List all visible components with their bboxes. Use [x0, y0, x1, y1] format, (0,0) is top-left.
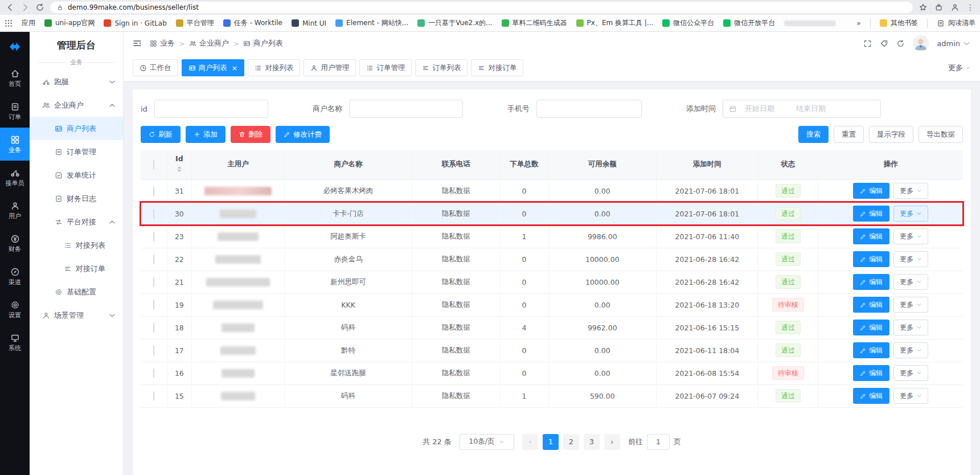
edit-button[interactable]: 编辑	[853, 320, 889, 335]
id-filter-input[interactable]	[154, 100, 268, 118]
rail-item-业务[interactable]: 业务	[0, 128, 30, 161]
tab-订单管理[interactable]: 订单管理	[359, 59, 412, 76]
edit-button[interactable]: 编辑	[853, 251, 889, 267]
more-button[interactable]: 更多	[893, 183, 928, 199]
sidebar-item-财务日志[interactable]: 财务日志	[30, 187, 123, 210]
bookmark-item[interactable]: 一只基于Vue2.x的...	[417, 18, 492, 28]
bookmarks-overflow-icon[interactable]: »	[856, 19, 861, 27]
bookmark-item[interactable]: 草料二维码生成器	[502, 18, 567, 28]
sidebar-collapse-icon[interactable]	[133, 39, 142, 48]
theme-icon[interactable]	[880, 39, 888, 48]
tab-对接列表[interactable]: 对接列表	[248, 59, 300, 76]
date-range-picker[interactable]: 开始日期 结束日期	[723, 100, 881, 118]
rail-item-首页[interactable]: 首页	[0, 62, 30, 95]
close-tab-icon[interactable]: ×	[232, 64, 238, 72]
tab-订单列表[interactable]: 订单列表	[415, 59, 468, 76]
add-button[interactable]: 添加	[186, 126, 225, 143]
bookmark-item[interactable]: Element - 网站快...	[335, 18, 408, 28]
bookmark-item[interactable]: 任务 - Worktile	[223, 18, 282, 28]
sidebar-item-跑腿[interactable]: 跑腿	[30, 70, 123, 93]
rail-item-设置[interactable]: 设置	[0, 293, 30, 326]
edit-button[interactable]: 编辑	[853, 388, 889, 404]
bookmark-item[interactable]: 微信开放平台	[723, 18, 775, 28]
more-button[interactable]: 更多	[893, 274, 928, 290]
rail-item-接单员[interactable]: 接单员	[0, 161, 30, 194]
page-button-2[interactable]: 2	[563, 434, 579, 450]
url-text[interactable]: demo.99make.com/business/seller/list	[68, 3, 199, 11]
row-checkbox[interactable]	[153, 209, 154, 219]
sidebar-item-订单管理[interactable]: 订单管理	[30, 140, 123, 163]
browser-menu-icon[interactable]: ⋮	[966, 3, 974, 12]
row-checkbox[interactable]	[153, 300, 154, 310]
edit-button[interactable]: 编辑	[853, 228, 889, 244]
sort-control[interactable]	[170, 164, 189, 174]
bookmark-item[interactable]: Mint UI	[292, 19, 326, 27]
more-button[interactable]: 更多	[893, 251, 928, 267]
reload-icon[interactable]	[35, 3, 44, 12]
merchant-name-input[interactable]	[349, 100, 463, 118]
extensions-icon[interactable]	[934, 3, 944, 12]
app-logo[interactable]	[0, 32, 30, 62]
tab-商户列表[interactable]: 商户列表×	[182, 59, 245, 76]
more-button[interactable]: 更多	[893, 297, 928, 313]
sidebar-item-对接列表[interactable]: 对接列表	[30, 234, 123, 257]
row-checkbox[interactable]	[153, 232, 154, 241]
profile-icon[interactable]	[950, 3, 960, 12]
forward-icon[interactable]	[20, 3, 30, 12]
bookmark-item[interactable]: Sign in · GitLab	[104, 19, 166, 27]
breadcrumb-item-业务[interactable]: 业务	[150, 38, 175, 48]
reading-list[interactable]: 阅读清单	[937, 18, 975, 28]
select-all-checkbox[interactable]	[153, 159, 154, 169]
row-checkbox[interactable]	[153, 391, 154, 401]
address-bar[interactable]: demo.99make.com/business/seller/list	[50, 2, 913, 13]
more-button[interactable]: 更多	[893, 365, 928, 381]
rail-item-用户[interactable]: 用户	[0, 194, 30, 227]
apps-grid-icon[interactable]	[5, 19, 13, 27]
edit-button[interactable]: 编辑	[853, 206, 889, 222]
sidebar-item-发单统计[interactable]: 发单统计	[30, 163, 123, 187]
sidebar-item-基础配置[interactable]: 基础配置	[30, 280, 123, 304]
bookmark-star-icon[interactable]	[919, 3, 928, 12]
row-checkbox[interactable]	[153, 323, 154, 333]
rail-item-系统[interactable]: 系统	[0, 326, 30, 359]
page-button-1[interactable]: 1	[543, 434, 559, 450]
tab-用户管理[interactable]: 用户管理	[304, 59, 356, 76]
page-size-select[interactable]: 10条/页	[460, 434, 514, 450]
row-checkbox[interactable]	[153, 368, 154, 378]
sidebar-item-企业商户[interactable]: 企业商户	[30, 93, 123, 117]
modify-billing-button[interactable]: 修改计费	[276, 126, 330, 143]
refresh-button[interactable]: 刷新	[141, 126, 181, 143]
next-page-button[interactable]: ›	[604, 434, 620, 450]
bookmark-apps[interactable]: 应用	[22, 18, 35, 28]
breadcrumb-item-商户列表[interactable]: 商户列表	[243, 38, 283, 48]
edit-button[interactable]: 编辑	[853, 365, 889, 381]
other-bookmarks[interactable]: 其他书签	[880, 18, 918, 28]
bookmark-item[interactable]: Px、Em 换算工具 |...	[576, 18, 654, 28]
delete-button[interactable]: 删除	[231, 126, 270, 143]
row-checkbox[interactable]	[153, 277, 154, 287]
sidebar-item-平台对接[interactable]: 平台对接	[30, 210, 123, 234]
row-checkbox[interactable]	[153, 255, 154, 264]
reset-button[interactable]: 重置	[834, 126, 864, 143]
user-menu[interactable]: admin	[937, 39, 971, 48]
tab-对接订单[interactable]: 对接订单	[471, 59, 523, 76]
bookmark-item[interactable]: uni-app官网	[44, 18, 95, 28]
page-button-3[interactable]: 3	[584, 434, 600, 450]
edit-button[interactable]: 编辑	[853, 342, 889, 358]
edit-button[interactable]: 编辑	[853, 183, 889, 199]
more-button[interactable]: 更多	[893, 320, 928, 335]
sidebar-item-场景管理[interactable]: 场景管理	[30, 304, 123, 327]
tabs-more-button[interactable]: 更多	[948, 63, 971, 73]
edit-button[interactable]: 编辑	[853, 297, 889, 313]
row-checkbox[interactable]	[153, 186, 154, 196]
more-button[interactable]: 更多	[893, 388, 928, 404]
refresh-page-icon[interactable]	[896, 39, 905, 48]
more-button[interactable]: 更多	[893, 342, 928, 358]
row-checkbox[interactable]	[153, 346, 154, 355]
bookmark-item[interactable]: 平台管理	[176, 18, 214, 28]
back-icon[interactable]	[6, 3, 15, 12]
avatar[interactable]	[913, 35, 929, 51]
search-button[interactable]: 搜索	[798, 126, 829, 143]
rail-item-财务[interactable]: 财务	[0, 227, 30, 260]
rail-item-订单[interactable]: 订单	[0, 95, 30, 128]
